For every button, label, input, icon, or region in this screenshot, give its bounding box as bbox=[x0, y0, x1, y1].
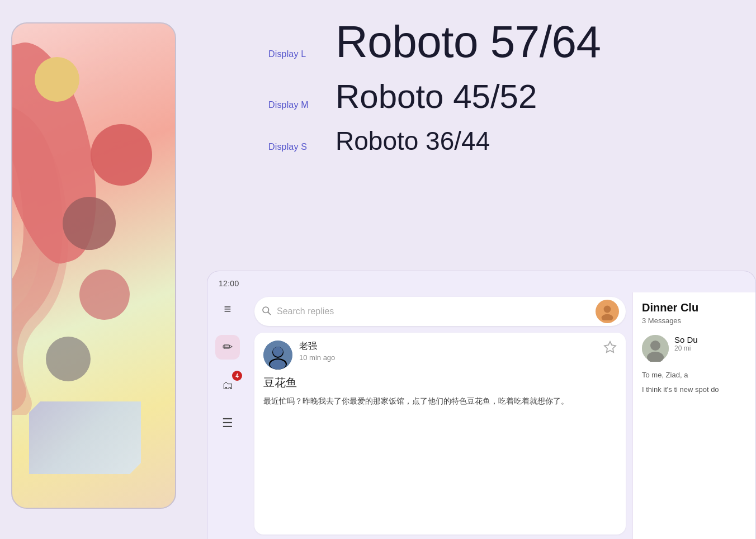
app-window: 12:00 ≡ ✏ 🗂 4 ☰ bbox=[207, 271, 756, 539]
contact-preview-1: To me, Ziad, a bbox=[642, 370, 746, 381]
contact-preview-2: I think it's ti new spot do bbox=[642, 384, 746, 395]
message-card: 老强 10 min ago 豆花鱼 最近忙吗？昨晚我去了你最爱的那家饭馆，点了他… bbox=[254, 333, 626, 535]
display-l-label: Display L bbox=[268, 49, 336, 59]
search-placeholder-text: Search replies bbox=[277, 306, 590, 316]
right-panel: Display L Roboto 57/64 Display M Roboto … bbox=[190, 0, 756, 539]
sender-name: 老强 bbox=[299, 341, 597, 352]
message-header: 老强 10 min ago bbox=[263, 341, 617, 370]
right-contact-item: So Du 20 mi bbox=[642, 335, 746, 362]
search-bar[interactable]: Search replies bbox=[254, 297, 626, 326]
svg-point-12 bbox=[650, 341, 660, 351]
typography-section: Display L Roboto 57/64 Display M Roboto … bbox=[190, 0, 756, 178]
display-m-text: Roboto 45/52 bbox=[336, 77, 537, 116]
svg-marker-10 bbox=[604, 342, 616, 352]
sender-avatar bbox=[263, 341, 292, 370]
message-time: 10 min ago bbox=[299, 353, 597, 362]
display-m-row: Display M Roboto 45/52 bbox=[268, 77, 722, 116]
contact-name: So Du bbox=[674, 335, 698, 344]
app-mockup: 12:00 ≡ ✏ 🗂 4 ☰ bbox=[190, 271, 756, 539]
compose-icon: ✏ bbox=[223, 340, 233, 354]
dinner-club-title: Dinner Clu bbox=[642, 301, 746, 314]
messages-count: 3 Messages bbox=[642, 316, 746, 325]
inbox-badge: 4 bbox=[232, 371, 242, 381]
sidebar-inbox-icon[interactable]: 🗂 4 bbox=[215, 373, 240, 398]
svg-line-1 bbox=[268, 312, 270, 314]
svg-rect-9 bbox=[270, 360, 286, 370]
sidebar-menu-icon[interactable]: ≡ bbox=[215, 297, 240, 321]
sidebar-compose-icon[interactable]: ✏ bbox=[215, 335, 240, 360]
app-time: 12:00 bbox=[219, 279, 239, 288]
contact-avatar bbox=[642, 335, 669, 362]
sender-info: 老强 10 min ago bbox=[299, 341, 597, 362]
sidebar-notes-icon[interactable]: ☰ bbox=[215, 411, 240, 436]
message-body: 最近忙吗？昨晚我去了你最爱的那家饭馆，点了他们的特色豆花鱼，吃着吃着就想你了。 bbox=[263, 395, 617, 407]
user-avatar[interactable] bbox=[596, 300, 619, 323]
hamburger-icon: ≡ bbox=[224, 302, 231, 316]
svg-point-8 bbox=[273, 347, 283, 357]
app-body: ≡ ✏ 🗂 4 ☰ bbox=[207, 292, 755, 539]
display-l-row: Display L Roboto 57/64 bbox=[268, 17, 722, 67]
display-s-row: Display S Roboto 36/44 bbox=[268, 126, 722, 157]
left-phone-panel bbox=[0, 0, 190, 539]
phone-mockup bbox=[11, 22, 176, 509]
display-m-label: Display M bbox=[268, 100, 336, 110]
display-s-text: Roboto 36/44 bbox=[336, 126, 490, 157]
inbox-icon: 🗂 bbox=[222, 379, 233, 392]
display-s-label: Display S bbox=[268, 142, 336, 152]
app-main-content: Search replies bbox=[248, 292, 632, 539]
star-button[interactable] bbox=[603, 341, 617, 357]
app-sidebar: ≡ ✏ 🗂 4 ☰ bbox=[207, 292, 248, 539]
message-title: 豆花鱼 bbox=[263, 375, 617, 390]
search-icon bbox=[261, 305, 271, 318]
notes-icon: ☰ bbox=[222, 416, 233, 431]
app-time-bar: 12:00 bbox=[207, 271, 755, 292]
contact-info: So Du 20 mi bbox=[674, 335, 698, 352]
display-l-text: Roboto 57/64 bbox=[336, 17, 601, 67]
svg-point-3 bbox=[604, 306, 611, 313]
app-right-panel: Dinner Clu 3 Messages So Du 20 bbox=[632, 292, 755, 539]
contact-time: 20 mi bbox=[674, 344, 698, 352]
